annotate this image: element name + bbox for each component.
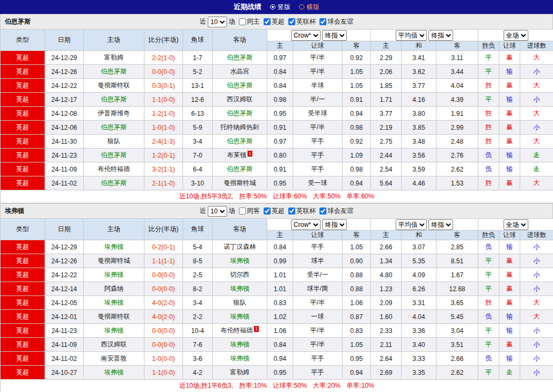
- home-team[interactable]: 埃弗顿: [84, 324, 144, 338]
- match-row: 英超24-12-29埃弗顿0-2(0-1)5-4诺丁汉森林0.84平手1.052…: [1, 240, 553, 254]
- odds-handicap: 平/半: [293, 296, 343, 310]
- result-goals: 大: [520, 51, 553, 65]
- league-checkbox-friendly[interactable]: 球会友谊: [319, 206, 353, 216]
- away-team[interactable]: 水晶宫: [213, 65, 267, 79]
- col-score: 比分(半场): [144, 219, 183, 240]
- home-team[interactable]: 伯恩茅斯: [84, 149, 144, 162]
- match-date: 24-10-27: [45, 366, 84, 380]
- home-team[interactable]: 伯恩茅斯: [84, 121, 144, 135]
- mode-radio-horizontal[interactable]: 横版: [299, 3, 319, 12]
- league-friendly-input[interactable]: [319, 208, 326, 215]
- mode-vertical-label: 竖版: [278, 3, 290, 12]
- league-checkbox-eflcup[interactable]: 英联杯: [288, 206, 316, 216]
- match-date: 24-11-02: [45, 176, 84, 190]
- home-team[interactable]: 伯恩茅斯: [84, 176, 144, 190]
- away-team[interactable]: 诺丁汉森林: [213, 240, 267, 254]
- home-team[interactable]: 曼彻斯特联: [84, 310, 144, 324]
- avg-stage-select[interactable]: 终指: [428, 219, 453, 230]
- avg-home: 2.66: [371, 240, 402, 254]
- league-eflcup-input[interactable]: [288, 208, 295, 215]
- league-eflcup-input[interactable]: [288, 18, 295, 25]
- odds-home-header: 主: [267, 41, 293, 51]
- result-handicap: 赢: [499, 135, 520, 149]
- bookmaker-select[interactable]: Crow*: [291, 30, 321, 41]
- odds-stage-select[interactable]: 终指: [322, 219, 347, 230]
- away-team[interactable]: 伯恩茅斯: [213, 135, 267, 149]
- away-team[interactable]: 伯恩茅斯: [213, 162, 267, 176]
- odds-home-header: 主: [267, 231, 293, 240]
- filter-prefix: 近: [200, 17, 206, 26]
- avg-draw: 3.41: [402, 51, 436, 65]
- league-checkbox-premier[interactable]: 英超: [264, 206, 285, 216]
- match-count-select[interactable]: 10: [208, 206, 227, 217]
- same-venue-input[interactable]: [239, 208, 246, 215]
- bookmaker-select[interactable]: Crow*: [291, 219, 321, 230]
- match-count-select[interactable]: 10: [208, 17, 227, 27]
- away-team[interactable]: 埃弗顿: [213, 310, 267, 324]
- corner-score: 2-2: [183, 310, 213, 324]
- odds-home: 0.91: [267, 121, 293, 135]
- odds-home: 1.02: [267, 310, 293, 324]
- home-team[interactable]: 埃弗顿: [84, 240, 144, 254]
- same-venue-input[interactable]: [239, 18, 246, 25]
- away-team[interactable]: 切尔西: [213, 268, 267, 282]
- avg-stage-select[interactable]: 终指: [428, 30, 453, 41]
- score: 0-2(0-1): [144, 240, 183, 254]
- home-team[interactable]: 伯恩茅斯: [84, 93, 144, 107]
- league-badge: 英超: [1, 121, 45, 135]
- home-team[interactable]: 南安普敦: [84, 352, 144, 366]
- away-team[interactable]: 富勒姆: [213, 366, 267, 380]
- away-team[interactable]: 埃弗顿: [213, 338, 267, 352]
- away-team[interactable]: 曼彻斯特城: [213, 176, 267, 190]
- home-team[interactable]: 曼彻斯特城: [84, 254, 144, 268]
- league-checkbox-eflcup[interactable]: 英联杯: [288, 17, 316, 26]
- score: 1-2(0-1): [144, 149, 183, 162]
- home-team[interactable]: 伊普斯维奇: [84, 107, 144, 121]
- away-team[interactable]: 伯恩茅斯: [213, 79, 267, 93]
- result-outcome: 平: [478, 65, 499, 79]
- corner-score: 7-6: [183, 338, 213, 352]
- league-friendly-input[interactable]: [319, 18, 326, 25]
- score: 1-2(1-0): [144, 107, 183, 121]
- away-team[interactable]: 布伦特福德1: [213, 324, 267, 338]
- away-team[interactable]: 伯恩茅斯: [213, 51, 267, 65]
- home-team[interactable]: 埃弗顿: [84, 366, 144, 380]
- away-team[interactable]: 托特纳姆热刺: [213, 121, 267, 135]
- home-team[interactable]: 埃弗顿: [84, 268, 144, 282]
- mode-radio-vertical[interactable]: 竖版: [270, 3, 290, 12]
- away-team[interactable]: 埃弗顿: [213, 254, 267, 268]
- home-team[interactable]: 富勒姆: [84, 51, 144, 65]
- odds-stage-select[interactable]: 终指: [322, 30, 347, 41]
- home-team[interactable]: 阿森纳: [84, 282, 144, 296]
- league-premier-input[interactable]: [264, 18, 271, 25]
- league-checkbox-friendly[interactable]: 球会友谊: [319, 17, 353, 26]
- home-team[interactable]: 埃弗顿: [84, 296, 144, 310]
- red-card-badge: 1: [248, 151, 252, 157]
- scope-select[interactable]: 全场: [504, 219, 528, 230]
- scope-select[interactable]: 全场: [504, 30, 528, 41]
- average-select[interactable]: 平均值: [396, 30, 427, 41]
- away-team[interactable]: 埃弗顿: [213, 282, 267, 296]
- corner-score: 6-4: [183, 162, 213, 176]
- away-team[interactable]: 布莱顿1: [213, 149, 267, 162]
- odds-handicap: 平/半: [293, 51, 343, 65]
- away-team[interactable]: 埃弗顿: [213, 352, 267, 366]
- avg-away: 12.68: [436, 282, 478, 296]
- away-team[interactable]: 西汉姆联: [213, 93, 267, 107]
- match-row: 英超24-12-01曼彻斯特联4-0(2-0)2-2埃弗顿1.02一球0.871…: [1, 310, 553, 324]
- result-handicap: 赢: [499, 176, 520, 190]
- average-select[interactable]: 平均值: [396, 219, 427, 230]
- league-premier-input[interactable]: [264, 208, 271, 215]
- away-team[interactable]: 狼队: [213, 296, 267, 310]
- score: 2-1(1-0): [144, 176, 183, 190]
- home-team[interactable]: 曼彻斯特联: [84, 79, 144, 93]
- scope-header: 全场: [478, 219, 553, 231]
- home-team[interactable]: 伯恩茅斯: [84, 65, 144, 79]
- league-checkbox-premier[interactable]: 英超: [264, 17, 285, 26]
- same-venue-checkbox[interactable]: 同客: [239, 206, 260, 216]
- home-team[interactable]: 狼队: [84, 135, 144, 149]
- home-team[interactable]: 西汉姆联: [84, 338, 144, 352]
- away-team[interactable]: 伯恩茅斯: [213, 107, 267, 121]
- home-team[interactable]: 布伦特福德: [84, 162, 144, 176]
- same-venue-checkbox[interactable]: 同主: [239, 17, 260, 26]
